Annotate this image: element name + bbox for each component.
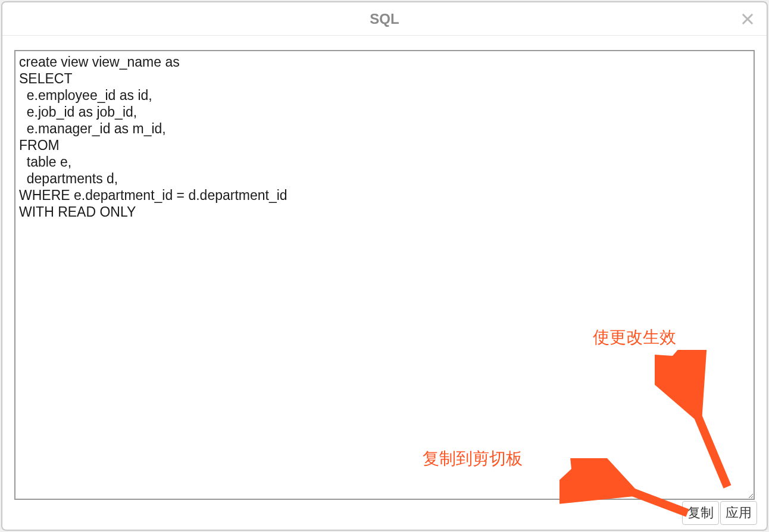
copy-button[interactable]: 复制 bbox=[682, 501, 719, 525]
sql-textarea[interactable] bbox=[14, 50, 755, 500]
dialog-title: SQL bbox=[370, 11, 399, 27]
sql-dialog: SQL 复制 应用 bbox=[1, 1, 768, 531]
dialog-body bbox=[2, 36, 767, 500]
dialog-header: SQL bbox=[2, 2, 767, 36]
close-icon bbox=[741, 12, 754, 26]
dialog-footer: 复制 应用 bbox=[2, 500, 767, 530]
close-button[interactable] bbox=[739, 11, 756, 27]
apply-button[interactable]: 应用 bbox=[720, 501, 757, 525]
